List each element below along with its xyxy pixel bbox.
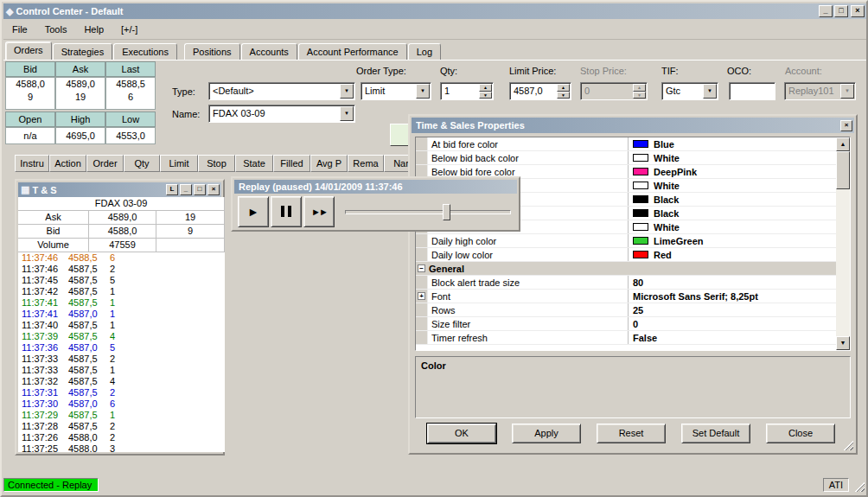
spin-up-icon[interactable]: ▲: [557, 84, 570, 92]
dropdown-arrow-icon[interactable]: ▼: [703, 84, 717, 99]
trade-price: 4588,0: [68, 443, 110, 452]
tab-log[interactable]: Log: [408, 43, 441, 60]
spin-up-icon[interactable]: ▲: [479, 84, 492, 92]
spinner-buttons: ▲ ▼: [479, 84, 492, 99]
spin-down-icon[interactable]: ▼: [479, 92, 492, 99]
ok-button[interactable]: OK: [427, 424, 496, 443]
tab-account-performance[interactable]: Account Performance: [298, 43, 407, 60]
maximize-button[interactable]: □: [834, 5, 848, 17]
trade-price: 4587,5: [68, 410, 110, 421]
name-combo[interactable]: FDAX 03-09 ▼: [208, 105, 355, 123]
tab-executions[interactable]: Executions: [113, 43, 177, 60]
pause-button[interactable]: [271, 196, 302, 227]
qty-spinner[interactable]: 1 ▲ ▼: [440, 82, 494, 100]
replay-slider-thumb[interactable]: [443, 204, 450, 220]
property-label: Timer refresh: [428, 331, 629, 344]
tab-orders[interactable]: Orders: [5, 41, 52, 60]
apply-button[interactable]: Apply: [512, 424, 581, 443]
menu-help[interactable]: Help: [75, 21, 112, 38]
replay-slider[interactable]: [345, 210, 511, 214]
dropdown-arrow-icon[interactable]: ▼: [340, 84, 354, 99]
minimize-button[interactable]: _: [819, 5, 833, 17]
trade-row: 11:37:464587,52: [18, 264, 225, 275]
tab-accounts[interactable]: Accounts: [241, 43, 297, 60]
property-row[interactable]: Below bid back color White: [416, 151, 836, 165]
column-header-qty[interactable]: Qty: [124, 155, 160, 172]
expand-icon[interactable]: +: [418, 292, 425, 300]
ts-window-title: T & S: [32, 185, 164, 195]
dialog-close-button[interactable]: Close: [766, 424, 835, 443]
menu-expand-collapse[interactable]: [+/-]: [112, 21, 146, 38]
column-header-avg-price[interactable]: Avg P: [310, 155, 348, 172]
dialog-resize-grip[interactable]: [842, 439, 853, 450]
tab-positions[interactable]: Positions: [184, 43, 240, 60]
collapse-icon[interactable]: −: [418, 264, 425, 272]
order-type-value: Limit: [365, 86, 416, 96]
low-value: 4553,0: [105, 127, 156, 144]
property-row[interactable]: Daily low color Red: [416, 248, 836, 262]
dropdown-arrow-icon[interactable]: ▼: [340, 106, 354, 121]
property-label: Size filter: [428, 317, 629, 330]
scroll-down-button[interactable]: ▼: [836, 336, 850, 350]
order-type-combo[interactable]: Limit ▼: [361, 82, 431, 100]
property-row[interactable]: Block alert trade size 80: [416, 276, 836, 290]
property-label: Daily low color: [428, 248, 629, 261]
tif-combo[interactable]: Gtc ▼: [661, 82, 718, 100]
property-value-text: Blue: [654, 139, 674, 150]
color-swatch: [633, 195, 648, 203]
column-header-limit[interactable]: Limit: [160, 155, 198, 172]
column-header-instrument[interactable]: Instru: [15, 155, 49, 172]
property-grid: At bid fore color Blue Below bid back co…: [415, 137, 851, 351]
play-button[interactable]: ►: [238, 196, 269, 227]
property-row[interactable]: Timer refresh False: [416, 331, 836, 345]
ts-minimize-button[interactable]: _: [180, 184, 192, 195]
reset-button[interactable]: Reset: [597, 424, 666, 443]
property-description-pane: Color: [415, 356, 851, 418]
property-row[interactable]: + Font Microsoft Sans Serif; 8,25pt: [416, 290, 836, 303]
column-header-order[interactable]: Order: [86, 155, 124, 172]
ask-price-cell: 4589,0: [89, 211, 156, 225]
description-title: Color: [421, 360, 446, 371]
property-row[interactable]: Size filter 0: [416, 317, 836, 331]
column-header-stop[interactable]: Stop: [198, 155, 235, 172]
menu-tools[interactable]: Tools: [36, 21, 76, 38]
column-header-filled[interactable]: Filled: [273, 155, 310, 172]
spin-down-icon[interactable]: ▼: [557, 92, 570, 99]
tab-strategies[interactable]: Strategies: [53, 43, 113, 60]
type-combo[interactable]: <Default> ▼: [208, 82, 355, 100]
column-header-remaining[interactable]: Rema: [348, 155, 384, 172]
market-header-low: Low: [105, 112, 156, 127]
trade-row: 11:37:334587,52: [18, 354, 225, 365]
category-row-general[interactable]: − General: [416, 262, 836, 276]
property-grid-scrollbar[interactable]: ▲ ▼: [836, 137, 850, 350]
fast-forward-button[interactable]: ►►: [303, 196, 335, 227]
trade-time: 11:37:45: [18, 275, 68, 286]
dropdown-arrow-icon[interactable]: ▼: [416, 84, 430, 99]
oco-input[interactable]: [729, 82, 775, 100]
replay-window: Replay (paused) 14/01/2009 11:37:46 ► ►►: [231, 176, 520, 232]
market-header-ask: Ask: [55, 61, 105, 77]
scroll-up-button[interactable]: ▲: [836, 137, 850, 151]
property-row[interactable]: Rows 25: [416, 303, 836, 317]
trade-size: 4: [110, 376, 225, 387]
set-default-button[interactable]: Set Default: [681, 424, 750, 443]
property-value-text: White: [654, 153, 680, 163]
column-header-state[interactable]: State: [235, 155, 273, 172]
column-header-action[interactable]: Action: [49, 155, 86, 172]
trade-time: 11:37:41: [18, 309, 68, 320]
property-row[interactable]: At bid fore color Blue: [416, 137, 836, 151]
property-row[interactable]: Daily high color LimeGreen: [416, 234, 836, 248]
close-button[interactable]: ×: [851, 5, 865, 17]
ts-maximize-button[interactable]: □: [194, 184, 206, 195]
menu-file[interactable]: File: [3, 21, 36, 38]
ts-close-button[interactable]: ×: [207, 184, 220, 195]
properties-close-button[interactable]: ×: [840, 120, 852, 131]
limit-price-spinner[interactable]: 4587,0 ▲ ▼: [509, 82, 571, 100]
link-button[interactable]: L: [166, 184, 178, 195]
trade-size: 1: [110, 286, 225, 297]
status-resize-grip[interactable]: [853, 481, 865, 492]
scrollbar-thumb[interactable]: [836, 151, 850, 189]
limit-price-label: Limit Price:: [509, 66, 556, 76]
property-value: False: [629, 331, 836, 344]
trade-price: 4587,5: [68, 331, 110, 342]
